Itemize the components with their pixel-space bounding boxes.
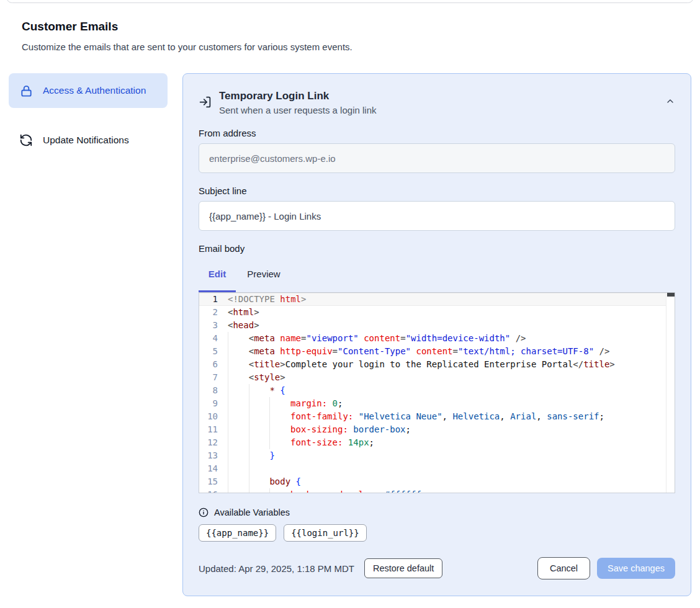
info-icon bbox=[199, 507, 209, 517]
code-lines: 1<!DOCTYPE html>2<html>3<head>4<meta nam… bbox=[199, 293, 675, 493]
refresh-icon bbox=[19, 133, 34, 148]
sidebar-item-update-notifications[interactable]: Update Notifications bbox=[9, 123, 168, 158]
restore-default-button[interactable]: Restore default bbox=[364, 558, 442, 578]
code-line: 11box-sizing: border-box; bbox=[199, 423, 675, 436]
code-line: 16background-color: #ffffff; bbox=[199, 488, 675, 493]
code-line: 10font-family: "Helvetica Neue", Helveti… bbox=[199, 410, 675, 423]
variable-chip-app-name[interactable]: {{app_name}} bbox=[199, 524, 276, 542]
login-icon bbox=[199, 96, 212, 109]
code-line: 8* { bbox=[199, 384, 675, 397]
code-line: 12font-size: 14px; bbox=[199, 436, 675, 449]
editor-scrollbar-track[interactable] bbox=[666, 293, 675, 493]
main-layout: Access & Authentication Update Notificat… bbox=[9, 73, 691, 596]
panel-header: Temporary Login Link Sent when a user re… bbox=[199, 90, 675, 115]
from-address-label: From address bbox=[199, 128, 675, 138]
chevron-up-icon[interactable] bbox=[665, 96, 675, 106]
panel-footer: Updated: Apr 29, 2025, 1:18 PM MDT Resto… bbox=[199, 557, 675, 579]
code-line: 1<!DOCTYPE html> bbox=[199, 293, 675, 306]
tab-edit[interactable]: Edit bbox=[199, 260, 236, 292]
code-line: 9margin: 0; bbox=[199, 397, 675, 410]
updated-timestamp: Updated: Apr 29, 2025, 1:18 PM MDT bbox=[199, 563, 354, 574]
available-variables-label: Available Variables bbox=[214, 507, 290, 517]
editor-scrollbar-thumb[interactable] bbox=[667, 293, 675, 297]
previous-card-edge bbox=[6, 0, 694, 3]
code-line: 15body { bbox=[199, 475, 675, 488]
subject-line-input[interactable] bbox=[199, 201, 675, 231]
from-address-input[interactable] bbox=[199, 143, 675, 173]
page-title: Customer Emails bbox=[22, 20, 700, 34]
save-changes-button[interactable]: Save changes bbox=[597, 558, 675, 579]
tab-preview[interactable]: Preview bbox=[236, 260, 292, 292]
code-line: 6<title>Complete your login to the Repli… bbox=[199, 358, 675, 371]
code-line: 4<meta name="viewport" content="width=de… bbox=[199, 332, 675, 345]
email-body-tabs: Edit Preview bbox=[199, 260, 675, 292]
variable-chips: {{app_name}} {{login_url}} bbox=[199, 524, 675, 542]
sidebar-item-access-authentication[interactable]: Access & Authentication bbox=[9, 73, 168, 108]
email-settings-panel: Temporary Login Link Sent when a user re… bbox=[182, 73, 691, 596]
code-line: 5<meta http-equiv="Content-Type" content… bbox=[199, 345, 675, 358]
sidebar-item-label: Update Notifications bbox=[43, 133, 129, 148]
sidebar: Access & Authentication Update Notificat… bbox=[9, 73, 168, 158]
variable-chip-login-url[interactable]: {{login_url}} bbox=[284, 524, 367, 542]
code-line: 14 bbox=[199, 462, 675, 475]
lock-icon bbox=[19, 83, 34, 98]
code-editor[interactable]: 1<!DOCTYPE html>2<html>3<head>4<meta nam… bbox=[199, 292, 675, 493]
section-subtitle: Sent when a user requests a login link bbox=[219, 105, 376, 115]
code-line: 7<style> bbox=[199, 371, 675, 384]
section-title: Temporary Login Link bbox=[219, 90, 376, 102]
page-subtitle: Customize the emails that are sent to yo… bbox=[22, 42, 700, 52]
email-body-label: Email body bbox=[199, 243, 675, 254]
sidebar-item-label: Access & Authentication bbox=[43, 83, 146, 98]
code-line: 13} bbox=[199, 449, 675, 462]
cancel-button[interactable]: Cancel bbox=[537, 557, 590, 579]
subject-line-label: Subject line bbox=[199, 186, 675, 196]
code-line: 2<html> bbox=[199, 306, 675, 319]
code-line: 3<head> bbox=[199, 319, 675, 332]
